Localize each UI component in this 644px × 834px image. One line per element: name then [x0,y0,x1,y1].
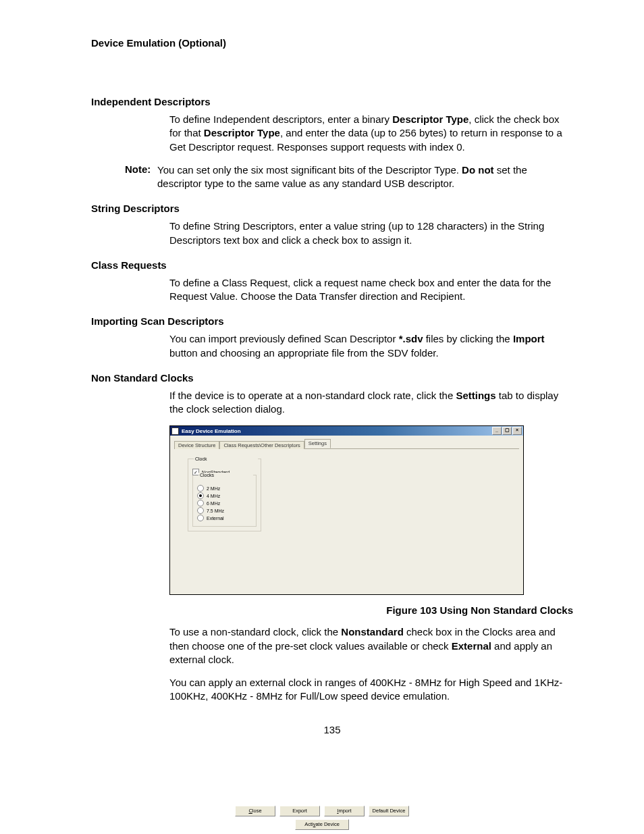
radio-external[interactable] [197,515,204,521]
heading-non-standard-clocks: Non Standard Clocks [91,372,573,384]
text: You can set only the six most significan… [157,164,462,176]
close-button[interactable]: × [512,427,522,435]
bold-text: Import [513,333,545,344]
dialog-body: Device Structure Class Requests\Other De… [170,436,523,594]
paragraph-class-requests: To define a Class Request, click a reque… [169,276,573,304]
bold-text: Do not [462,164,493,176]
tab-settings[interactable]: Settings [304,439,331,448]
dialog-easy-device-emulation: Easy Device Emulation _ ▢ × Device Struc… [169,425,524,595]
tab-strip: Device Structure Class Requests\Other De… [174,438,519,449]
radio-4mhz-label: 4 MHz [207,494,220,498]
group-clocks: Clocks 2 MHz 4 MHz 6 MHz [192,475,257,527]
paragraph-external-clock-ranges: You can apply an external clock in range… [169,676,573,704]
text: To use a non-standard clock, click the [169,626,341,637]
bold-text: Settings [456,390,495,401]
note-body: You can set only the six most significan… [157,163,573,191]
text: If the device is to operate at a non-sta… [169,390,456,401]
paragraph-non-standard-clocks: If the device is to operate at a non-sta… [169,389,573,417]
radio-external-row[interactable]: External [197,515,252,521]
app-icon [171,427,179,435]
bold-text: Descriptor Type [204,127,280,138]
radio-6mhz-label: 6 MHz [207,501,220,506]
tab-device-structure[interactable]: Device Structure [174,441,219,449]
figure-caption: Figure 103 Using Non Standard Clocks [91,604,573,616]
bold-text: *.sdv [399,333,423,344]
radio-2mhz-label: 2 MHz [207,486,220,491]
radio-7-5mhz-label: 7.5 MHz [207,509,224,513]
bold-text: Descriptor Type [392,113,468,125]
radio-7-5mhz[interactable] [197,507,204,514]
heading-independent-descriptors: Independent Descriptors [91,96,573,107]
text: To define Independent descriptors, enter… [169,113,392,125]
heading-class-requests: Class Requests [91,259,573,271]
page-number: 135 [91,724,573,735]
radio-4mhz-row[interactable]: 4 MHz [197,492,252,499]
document-page: Device Emulation (Optional) Independent … [0,0,644,762]
paragraph-use-nonstandard-clock: To use a non-standard clock, click the N… [169,625,573,667]
radio-6mhz-row[interactable]: 6 MHz [197,500,252,506]
radio-2mhz-row[interactable]: 2 MHz [197,485,252,492]
text: You can import previously defined Scan D… [169,333,399,344]
radio-6mhz[interactable] [197,500,204,506]
dialog-titlebar: Easy Device Emulation _ ▢ × [170,426,523,436]
window-controls: _ ▢ × [492,427,522,435]
bold-text: Nonstandard [341,626,404,637]
radio-2mhz[interactable] [197,485,204,492]
heading-importing-scan-descriptors: Importing Scan Descriptors [91,315,573,327]
tab-content-settings: Clock ✓ NonStandard Clocks 2 MHz [174,449,519,588]
note-label: Note: [125,163,157,191]
maximize-button[interactable]: ▢ [502,427,512,435]
bold-text: External [452,640,491,652]
minimize-button[interactable]: _ [492,427,502,435]
note-block: Note: You can set only the six most sign… [125,163,573,191]
paragraph-string-descriptors: To define String Descriptors, enter a va… [169,219,573,247]
paragraph-importing-scan-descriptors: You can import previously defined Scan D… [169,332,573,360]
radio-7-5mhz-row[interactable]: 7.5 MHz [197,507,252,514]
heading-string-descriptors: String Descriptors [91,203,573,214]
dialog-title: Easy Device Emulation [182,428,241,434]
radio-external-label: External [207,516,224,521]
text: button and choosing an appropriate file … [169,347,439,359]
paragraph-independent-descriptors: To define Independent descriptors, enter… [169,113,573,154]
page-header: Device Emulation (Optional) [91,37,573,49]
tab-class-requests-other-descriptors[interactable]: Class Requests\Other Descriptors [219,441,304,449]
group-clock-label: Clock [194,457,258,461]
text: files by clicking the [423,333,512,344]
radio-4mhz[interactable] [197,492,204,499]
group-clock: Clock ✓ NonStandard Clocks 2 MHz [188,459,261,531]
group-clocks-label: Clocks [198,473,253,477]
